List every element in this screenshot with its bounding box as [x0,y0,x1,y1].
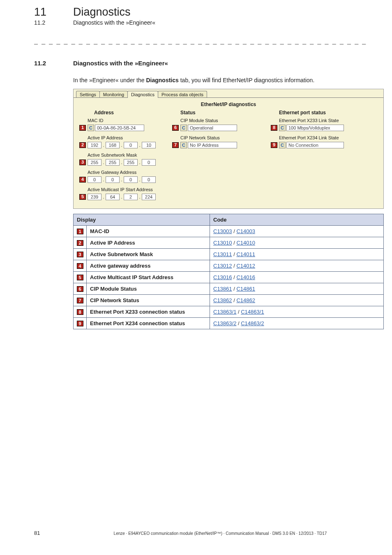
marker-9: 9 [271,142,277,148]
table-row: 2Active IP AddressC13010 / C14010 [74,237,384,248]
ip-octet[interactable]: 239 [88,194,101,200]
code-link[interactable]: C14863/2 [241,320,264,326]
code-cell: C13010 / C14010 [210,237,384,248]
tab-diagnostics[interactable]: Diagnostics [127,91,158,98]
section-title: Diagnostics with the »Engineer« [73,60,168,67]
section-title-small: Diagnostics with the »Engineer« [73,19,155,26]
code-link[interactable]: C14861 [236,286,255,292]
ip-octet[interactable]: 0 [124,176,138,183]
code-separator: / [232,251,237,257]
ip-octet[interactable]: 255 [88,159,101,166]
code-link[interactable]: C14010 [236,240,255,246]
active-ip-field[interactable]: 192. 168. 0. 10 [88,142,156,148]
mac-id-field[interactable]: 00-0A-86-20-5B-24 [95,125,144,131]
gateway-field[interactable]: 0. 0. 0. 0 [88,176,156,183]
ip-octet[interactable]: 2 [124,194,138,200]
tab-process-data[interactable]: Process data objects [158,91,207,98]
code-link[interactable]: C13011 [213,251,232,257]
subnet-field[interactable]: 255. 255. 255. 0 [88,159,156,166]
ip-octet[interactable]: 0 [106,176,120,183]
ip-octet[interactable]: 168 [106,142,120,148]
table-row: 1MAC-IDC13003 / C14003 [74,225,384,237]
code-link[interactable]: C14011 [236,251,255,257]
marker-cell: 7 [74,294,87,306]
ip-octet[interactable]: 0 [88,176,101,183]
ip-octet[interactable]: 0 [142,176,156,183]
marker-4: 4 [77,263,83,269]
display-cell: Active Multicast IP Start Address [87,271,210,283]
ip-octet[interactable]: 255 [124,159,138,166]
ip-octet[interactable]: 0 [142,159,156,166]
x233-field[interactable]: 100 Mbps/Vollduplex [286,125,344,131]
marker-6: 6 [77,286,83,292]
status-header: Status [180,110,196,116]
marker-9: 9 [77,321,83,326]
marker-3: 3 [79,160,86,165]
code-link[interactable]: C14003 [236,228,255,234]
mac-id-label: MAC ID [88,118,104,123]
marker-cell: 5 [74,271,87,283]
code-link[interactable]: C13016 [213,274,232,280]
ip-octet[interactable]: 192 [88,142,101,148]
intro-text: In the »Engineer« under the Diagnostics … [73,76,367,85]
code-link[interactable]: C14863/1 [241,309,264,315]
code-link[interactable]: C13862 [213,297,232,303]
module-status-label: CIP Module Status [180,118,218,123]
marker-8: 8 [271,125,277,131]
marker-7: 7 [77,298,83,303]
code-link[interactable]: C13861 [213,286,232,292]
code-link[interactable]: C13863/2 [213,320,236,326]
multicast-field[interactable]: 239. 64. 2. 224 [88,194,156,200]
tab-monitoring[interactable]: Monitoring [99,91,128,98]
code-link[interactable]: C13012 [213,263,232,269]
marker-2: 2 [79,142,86,148]
c-button[interactable]: C [279,125,286,131]
code-link[interactable]: C13010 [213,240,232,246]
code-link[interactable]: C13863/1 [213,309,236,315]
multicast-label: Active Multicast IP Start Address [88,187,153,192]
ip-octet[interactable]: 64 [106,194,120,200]
code-cell: C13012 / C14012 [210,260,384,271]
c-button[interactable]: C [88,125,94,131]
display-cell: MAC-ID [87,225,210,237]
c-button[interactable]: C [279,142,286,148]
code-separator: / [232,240,237,246]
marker-cell: 6 [74,283,87,294]
marker-2: 2 [77,240,83,246]
table-row: 4Active gateway addressC13012 / C14012 [74,260,384,271]
chapter-title: Diagnostics [73,6,131,18]
code-link[interactable]: C14012 [236,263,255,269]
module-status-field[interactable]: Operational [188,125,237,131]
marker-cell: 8 [74,306,87,317]
marker-4: 4 [79,177,86,183]
table-row: 9Ethernet Port X234 connection statusC13… [74,317,384,329]
ip-octet[interactable]: 0 [124,142,138,148]
chapter-number: 11 [34,6,73,18]
section-heading: 11.2 Diagnostics with the »Engineer« [34,60,367,67]
table-header-code: Code [210,214,384,225]
ip-octet[interactable]: 255 [106,159,120,166]
intro-bold: Diagnostics [146,77,178,83]
network-status-field[interactable]: No IP Address [188,142,237,148]
code-link[interactable]: C14862 [236,297,255,303]
ip-octet[interactable]: 10 [142,142,156,148]
display-cell: Active Subnetwork Mask [87,248,210,260]
code-link[interactable]: C14016 [236,274,255,280]
ip-octet[interactable]: 224 [142,194,156,200]
page-header: 11 Diagnostics [34,6,367,18]
table-row: 3Active Subnetwork MaskC13011 / C14011 [74,248,384,260]
x234-field[interactable]: No Connection [286,142,344,148]
code-link[interactable]: C13003 [213,228,232,234]
c-button[interactable]: C [180,125,187,131]
marker-5: 5 [77,275,83,280]
marker-cell: 4 [74,260,87,271]
tab-settings[interactable]: Settings [76,91,100,98]
marker-7: 7 [172,142,179,148]
c-button[interactable]: C [180,142,187,148]
code-separator: / [232,297,237,303]
subnet-label: Active Subnetwork Mask [88,153,137,157]
active-ip-label: Active IP Address [88,135,123,140]
display-cell: Active gateway address [87,260,210,271]
code-cell: C13003 / C14003 [210,225,384,237]
table-row: 6CIP Module StatusC13861 / C14861 [74,283,384,294]
